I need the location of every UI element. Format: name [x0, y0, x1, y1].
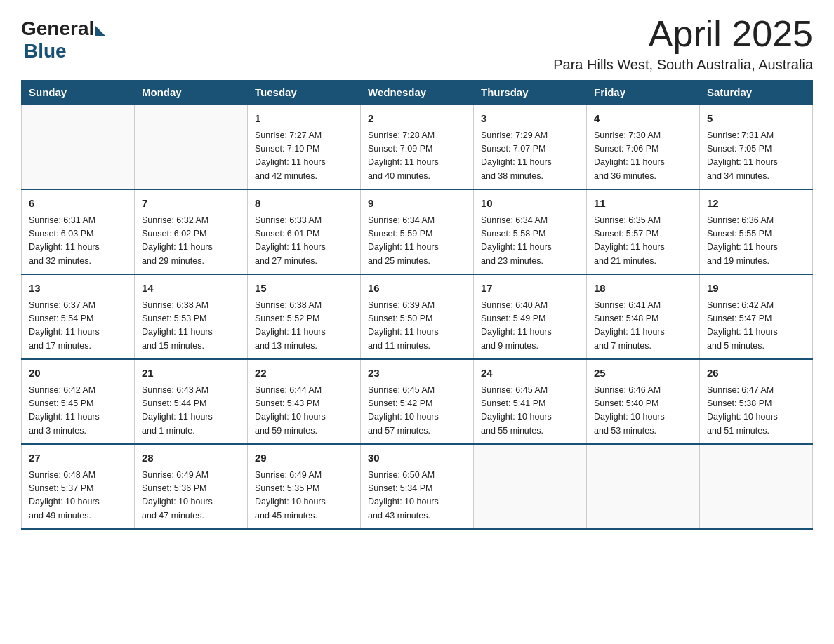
calendar-cell: 14Sunrise: 6:38 AMSunset: 5:53 PMDayligh… [135, 274, 248, 359]
day-info: Sunrise: 6:50 AMSunset: 5:34 PMDaylight:… [368, 469, 466, 523]
day-number: 3 [481, 111, 579, 127]
day-info: Sunrise: 6:38 AMSunset: 5:52 PMDaylight:… [255, 299, 353, 354]
calendar-cell: 22Sunrise: 6:44 AMSunset: 5:43 PMDayligh… [248, 359, 361, 444]
day-info: Sunrise: 6:43 AMSunset: 5:44 PMDaylight:… [142, 384, 240, 438]
calendar-table: SundayMondayTuesdayWednesdayThursdayFrid… [21, 80, 813, 530]
day-info: Sunrise: 6:42 AMSunset: 5:47 PMDaylight:… [707, 299, 805, 354]
day-number: 22 [255, 365, 353, 382]
calendar-cell: 10Sunrise: 6:34 AMSunset: 5:58 PMDayligh… [474, 189, 587, 274]
day-info: Sunrise: 6:35 AMSunset: 5:57 PMDaylight:… [594, 214, 692, 269]
calendar-cell: 3Sunrise: 7:29 AMSunset: 7:07 PMDaylight… [474, 105, 587, 189]
calendar-cell: 11Sunrise: 6:35 AMSunset: 5:57 PMDayligh… [587, 189, 700, 274]
calendar-cell: 19Sunrise: 6:42 AMSunset: 5:47 PMDayligh… [700, 274, 813, 359]
calendar-cell [474, 444, 587, 529]
day-info: Sunrise: 6:36 AMSunset: 5:55 PMDaylight:… [707, 214, 805, 269]
day-info: Sunrise: 6:34 AMSunset: 5:58 PMDaylight:… [481, 214, 579, 269]
day-number: 14 [142, 281, 240, 297]
calendar-week-row: 27Sunrise: 6:48 AMSunset: 5:37 PMDayligh… [22, 444, 813, 529]
day-info: Sunrise: 6:31 AMSunset: 6:03 PMDaylight:… [29, 214, 127, 269]
calendar-cell: 1Sunrise: 7:27 AMSunset: 7:10 PMDaylight… [248, 105, 361, 189]
calendar-cell: 13Sunrise: 6:37 AMSunset: 5:54 PMDayligh… [22, 274, 135, 359]
calendar-week-row: 6Sunrise: 6:31 AMSunset: 6:03 PMDaylight… [22, 189, 813, 274]
page-header: General Blue April 2025 Para Hills West,… [21, 14, 813, 73]
day-info: Sunrise: 6:46 AMSunset: 5:40 PMDaylight:… [594, 384, 692, 438]
logo-arrow-icon [95, 26, 105, 36]
day-number: 23 [368, 365, 466, 382]
calendar-cell [700, 444, 813, 529]
calendar-cell: 7Sunrise: 6:32 AMSunset: 6:02 PMDaylight… [135, 189, 248, 274]
day-info: Sunrise: 6:40 AMSunset: 5:49 PMDaylight:… [481, 299, 579, 354]
day-info: Sunrise: 6:45 AMSunset: 5:42 PMDaylight:… [368, 384, 466, 438]
calendar-cell: 8Sunrise: 6:33 AMSunset: 6:01 PMDaylight… [248, 189, 361, 274]
day-info: Sunrise: 7:28 AMSunset: 7:09 PMDaylight:… [368, 129, 466, 184]
day-number: 24 [481, 365, 579, 382]
day-info: Sunrise: 6:49 AMSunset: 5:36 PMDaylight:… [142, 469, 240, 523]
calendar-cell: 2Sunrise: 7:28 AMSunset: 7:09 PMDaylight… [361, 105, 474, 189]
calendar-cell: 28Sunrise: 6:49 AMSunset: 5:36 PMDayligh… [135, 444, 248, 529]
day-number: 21 [142, 365, 240, 382]
location-text: Para Hills West, South Australia, Austra… [553, 57, 813, 73]
calendar-week-row: 20Sunrise: 6:42 AMSunset: 5:45 PMDayligh… [22, 359, 813, 444]
day-number: 9 [368, 196, 466, 212]
calendar-cell: 17Sunrise: 6:40 AMSunset: 5:49 PMDayligh… [474, 274, 587, 359]
day-number: 28 [142, 450, 240, 467]
calendar-cell: 29Sunrise: 6:49 AMSunset: 5:35 PMDayligh… [248, 444, 361, 529]
day-info: Sunrise: 6:37 AMSunset: 5:54 PMDaylight:… [29, 299, 127, 354]
day-number: 17 [481, 281, 579, 297]
calendar-cell: 15Sunrise: 6:38 AMSunset: 5:52 PMDayligh… [248, 274, 361, 359]
calendar-cell: 21Sunrise: 6:43 AMSunset: 5:44 PMDayligh… [135, 359, 248, 444]
calendar-week-row: 13Sunrise: 6:37 AMSunset: 5:54 PMDayligh… [22, 274, 813, 359]
calendar-cell [135, 105, 248, 189]
calendar-cell: 6Sunrise: 6:31 AMSunset: 6:03 PMDaylight… [22, 189, 135, 274]
day-info: Sunrise: 6:48 AMSunset: 5:37 PMDaylight:… [29, 469, 127, 523]
day-of-week-header: Friday [587, 81, 700, 105]
day-of-week-header: Thursday [474, 81, 587, 105]
calendar-cell: 18Sunrise: 6:41 AMSunset: 5:48 PMDayligh… [587, 274, 700, 359]
calendar-cell: 4Sunrise: 7:30 AMSunset: 7:06 PMDaylight… [587, 105, 700, 189]
calendar-cell: 30Sunrise: 6:50 AMSunset: 5:34 PMDayligh… [361, 444, 474, 529]
logo-general-text: General [21, 18, 94, 40]
day-info: Sunrise: 6:34 AMSunset: 5:59 PMDaylight:… [368, 214, 466, 269]
day-number: 15 [255, 281, 353, 297]
calendar-cell: 24Sunrise: 6:45 AMSunset: 5:41 PMDayligh… [474, 359, 587, 444]
day-number: 7 [142, 196, 240, 212]
day-number: 30 [368, 450, 466, 467]
logo-blue-text: Blue [24, 40, 67, 62]
day-info: Sunrise: 6:42 AMSunset: 5:45 PMDaylight:… [29, 384, 127, 438]
day-info: Sunrise: 6:47 AMSunset: 5:38 PMDaylight:… [707, 384, 805, 438]
day-info: Sunrise: 6:45 AMSunset: 5:41 PMDaylight:… [481, 384, 579, 438]
day-of-week-header: Monday [135, 81, 248, 105]
calendar-cell: 9Sunrise: 6:34 AMSunset: 5:59 PMDaylight… [361, 189, 474, 274]
calendar-cell: 23Sunrise: 6:45 AMSunset: 5:42 PMDayligh… [361, 359, 474, 444]
logo: General Blue [21, 14, 105, 62]
day-of-week-header: Saturday [700, 81, 813, 105]
day-number: 4 [594, 111, 692, 127]
day-number: 6 [29, 196, 127, 212]
day-info: Sunrise: 6:41 AMSunset: 5:48 PMDaylight:… [594, 299, 692, 354]
calendar-cell: 26Sunrise: 6:47 AMSunset: 5:38 PMDayligh… [700, 359, 813, 444]
day-number: 27 [29, 450, 127, 467]
day-number: 1 [255, 111, 353, 127]
day-number: 25 [594, 365, 692, 382]
day-number: 2 [368, 111, 466, 127]
calendar-cell [22, 105, 135, 189]
calendar-cell [587, 444, 700, 529]
day-number: 11 [594, 196, 692, 212]
calendar-cell: 25Sunrise: 6:46 AMSunset: 5:40 PMDayligh… [587, 359, 700, 444]
day-info: Sunrise: 6:38 AMSunset: 5:53 PMDaylight:… [142, 299, 240, 354]
day-info: Sunrise: 6:39 AMSunset: 5:50 PMDaylight:… [368, 299, 466, 354]
day-number: 10 [481, 196, 579, 212]
calendar-header-row: SundayMondayTuesdayWednesdayThursdayFrid… [22, 81, 813, 105]
calendar-cell: 27Sunrise: 6:48 AMSunset: 5:37 PMDayligh… [22, 444, 135, 529]
day-info: Sunrise: 6:44 AMSunset: 5:43 PMDaylight:… [255, 384, 353, 438]
day-number: 29 [255, 450, 353, 467]
day-number: 5 [707, 111, 805, 127]
day-info: Sunrise: 7:30 AMSunset: 7:06 PMDaylight:… [594, 129, 692, 184]
title-block: April 2025 Para Hills West, South Austra… [553, 14, 813, 73]
day-info: Sunrise: 6:32 AMSunset: 6:02 PMDaylight:… [142, 214, 240, 269]
day-number: 12 [707, 196, 805, 212]
day-info: Sunrise: 7:31 AMSunset: 7:05 PMDaylight:… [707, 129, 805, 184]
calendar-week-row: 1Sunrise: 7:27 AMSunset: 7:10 PMDaylight… [22, 105, 813, 189]
day-of-week-header: Wednesday [361, 81, 474, 105]
day-number: 8 [255, 196, 353, 212]
